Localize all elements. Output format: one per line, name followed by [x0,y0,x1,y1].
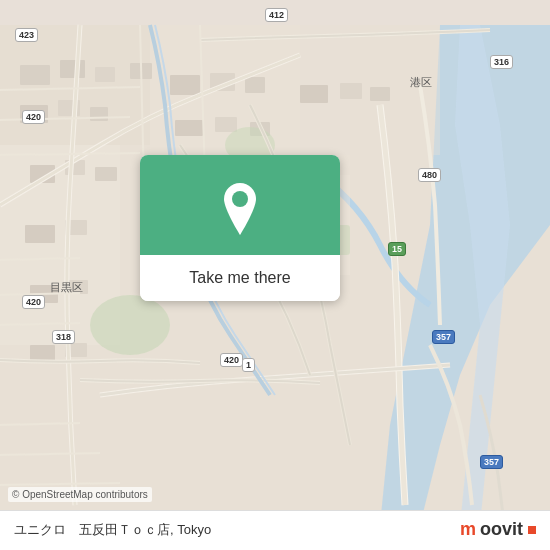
road-badge-420-mid: 420 [22,295,45,309]
bottom-bar-left: ユニクロ 五反田Ｔｏｃ店, Tokyo [14,521,211,539]
meguro-district-label: 目黒区 [50,280,83,295]
svg-point-34 [232,191,248,207]
road-badge-318: 318 [52,330,75,344]
svg-rect-12 [90,107,108,121]
road-badge-420-left: 420 [22,110,45,124]
svg-rect-30 [370,87,390,101]
svg-rect-7 [60,60,85,78]
take-me-there-button[interactable]: Take me there [140,255,340,301]
svg-point-31 [90,295,170,355]
map-container: 412 423 420 420 318 420 480 316 15 357 3… [0,0,550,550]
card-top [140,155,340,255]
moovit-logo-text: m [460,519,476,540]
location-pin-icon [218,183,262,235]
svg-rect-25 [175,120,203,136]
road-badge-480: 480 [418,168,441,182]
svg-rect-29 [340,83,362,99]
moovit-dot [528,526,536,534]
svg-rect-24 [245,77,265,93]
bottom-bar: ユニクロ 五反田Ｔｏｃ店, Tokyo m oovit [0,510,550,550]
svg-rect-8 [95,67,115,82]
svg-rect-6 [20,65,50,85]
moovit-logo: m oovit [460,519,536,540]
svg-rect-22 [170,75,200,95]
road-badge-420-bot: 420 [220,353,243,367]
minato-district-label: 港区 [410,75,432,90]
svg-rect-28 [300,85,328,103]
road-badge-412: 412 [265,8,288,22]
road-badge-15: 15 [388,242,406,256]
road-badge-423: 423 [15,28,38,42]
road-badge-357-bot: 357 [480,455,503,469]
road-badge-1: 1 [242,358,255,372]
svg-rect-16 [25,225,55,243]
svg-rect-20 [30,345,55,361]
moovit-logo-text2: oovit [480,519,523,540]
road-badge-316: 316 [490,55,513,69]
osm-attribution: © OpenStreetMap contributors [8,487,152,502]
svg-rect-26 [215,117,237,132]
take-me-there-card: Take me there [140,155,340,301]
svg-rect-15 [95,167,117,181]
road-badge-357-top: 357 [432,330,455,344]
location-name: ユニクロ 五反田Ｔｏｃ店, Tokyo [14,521,211,539]
